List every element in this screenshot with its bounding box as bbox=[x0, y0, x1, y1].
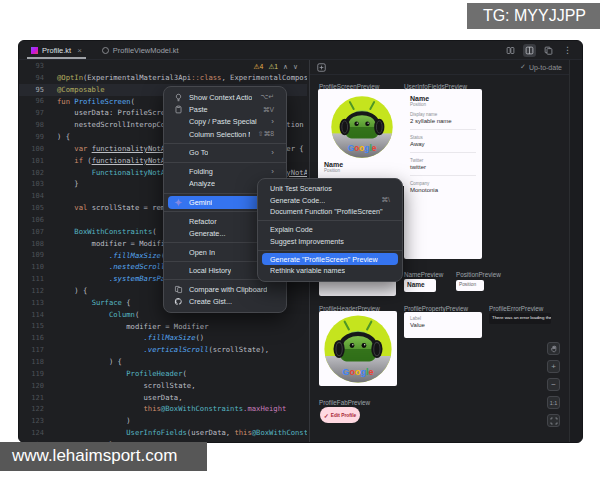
diff-icon[interactable] bbox=[542, 44, 555, 57]
menu-item-label: Show Context Actions bbox=[189, 93, 252, 102]
field-divider bbox=[410, 175, 476, 176]
inspection-widget[interactable]: ⚠4 ⚠1 ∧ ∨ bbox=[250, 62, 301, 72]
preview-zoom-mode-icon[interactable] bbox=[317, 63, 326, 72]
code-line-117[interactable]: 117 .verticalScroll(scrollState), bbox=[19, 344, 307, 356]
code-line-115[interactable]: 115 modifier = Modifier bbox=[19, 321, 307, 333]
property-value: Value bbox=[410, 322, 476, 328]
context-menu-item-show-context-actions[interactable]: Show Context Actions⌥↵ bbox=[168, 91, 282, 103]
gemini-submenu-item-explain-code[interactable]: Explain Code bbox=[262, 224, 398, 236]
line-number: 100 bbox=[19, 145, 57, 153]
menu-item-label: Copy / Paste Special bbox=[189, 117, 257, 126]
split-editor-icon[interactable] bbox=[523, 44, 536, 57]
preview-title-profileerror: ProfileErrorPreview bbox=[489, 305, 543, 312]
class-file-icon bbox=[102, 47, 109, 54]
code-line-119[interactable]: 119 ProfileHeader( bbox=[19, 368, 307, 380]
gemini-submenu-item-document-function-profilescreen[interactable]: Document Function "ProfileScreen" bbox=[262, 206, 398, 218]
tab-profileviewmodel-kt[interactable]: ProfileViewModel.kt bbox=[94, 41, 187, 59]
preview-name-text: Name bbox=[324, 161, 400, 168]
code-line-123[interactable]: 123 ) bbox=[19, 415, 307, 427]
preview-toolbar: ✓ Up-to-date bbox=[310, 60, 569, 75]
field-divider bbox=[410, 129, 476, 130]
more-icon[interactable]: ⋮ bbox=[561, 44, 574, 57]
code-line-124[interactable]: 124 UserInfoFields(userData, this@BoxWit… bbox=[19, 427, 307, 439]
gemini-submenu-item-generate-code[interactable]: Generate Code...⌘\ bbox=[262, 195, 398, 207]
line-number: 116 bbox=[19, 334, 57, 342]
next-issue-icon[interactable]: ∨ bbox=[293, 63, 298, 71]
menu-item-label: Suggest Improvements bbox=[270, 237, 344, 246]
code-line-122[interactable]: 122 this@BoxWithConstraints.maxHeight bbox=[19, 403, 307, 415]
zoom-in-button[interactable]: + bbox=[547, 360, 560, 373]
code-line-116[interactable]: 116 .fillMaxSize() bbox=[19, 332, 307, 344]
gemini-submenu: Unit Test ScenariosGenerate Code...⌘\Doc… bbox=[257, 178, 403, 282]
menu-item-label: Generate... bbox=[189, 229, 226, 238]
gemini-submenu-item-suggest-improvements[interactable]: Suggest Improvements bbox=[262, 236, 398, 248]
page: TG: MYYJJPP Profile.kt×ProfileViewModel.… bbox=[0, 0, 600, 480]
edit-icon: ✓ bbox=[324, 412, 329, 419]
line-number: 104 bbox=[19, 192, 57, 200]
columns-icon[interactable] bbox=[504, 44, 517, 57]
watermark-top: TG: MYYJJPP bbox=[467, 3, 600, 29]
menu-item-label: Refactor bbox=[189, 217, 217, 226]
line-number: 99 bbox=[19, 133, 57, 141]
menu-item-label: Compare with Clipboard bbox=[189, 285, 267, 294]
preview-title-name: NamePreview bbox=[404, 271, 443, 278]
gemini-submenu-item-generate-profilescreen-preview[interactable]: Generate "ProfileScreen" Preview bbox=[262, 253, 398, 265]
field-value: twitter bbox=[410, 164, 476, 170]
close-icon[interactable]: × bbox=[77, 46, 82, 55]
line-number: 120 bbox=[19, 382, 57, 390]
context-menu-item-folding[interactable]: Folding› bbox=[168, 165, 282, 177]
context-menu-item-paste[interactable]: Paste⌘V bbox=[168, 103, 282, 115]
no-icon bbox=[174, 148, 185, 158]
context-menu-item-go-to[interactable]: Go To› bbox=[168, 147, 282, 159]
compare-icon bbox=[174, 284, 185, 294]
line-number: 123 bbox=[19, 417, 57, 425]
field-label: Company bbox=[410, 181, 476, 186]
editor-tab-bar: Profile.kt×ProfileViewModel.kt ⋮ bbox=[19, 41, 582, 60]
code-line-118[interactable]: 118 ) { bbox=[19, 356, 307, 368]
field-value: Away bbox=[410, 141, 476, 147]
field-label: Display name bbox=[410, 112, 476, 117]
prev-issue-icon[interactable]: ∧ bbox=[283, 63, 288, 71]
tab-profile-kt[interactable]: Profile.kt× bbox=[23, 41, 90, 59]
menu-item-label: Local History bbox=[189, 266, 231, 275]
android-mascot-image bbox=[323, 314, 393, 384]
line-number: 109 bbox=[19, 251, 57, 259]
line-number: 97 bbox=[19, 109, 57, 117]
field-name-subtitle: Position bbox=[410, 102, 476, 107]
profile-header-preview-card bbox=[319, 311, 397, 386]
preview-title-profileproperty: ProfilePropertyPreview bbox=[404, 305, 468, 312]
gemini-submenu-item-unit-test-scenarios[interactable]: Unit Test Scenarios bbox=[262, 183, 398, 195]
line-number: 110 bbox=[19, 263, 57, 271]
line-number: 103 bbox=[19, 180, 57, 188]
submenu-arrow-icon: › bbox=[271, 148, 274, 157]
context-menu-item-compare-with-clipboard[interactable]: Compare with Clipboard bbox=[168, 283, 282, 295]
context-menu-item-column-selection-mode[interactable]: Column Selection Mode⇧⌘8 bbox=[168, 128, 282, 140]
actual-size-button[interactable]: 1:1 bbox=[547, 396, 560, 409]
zoom-out-button[interactable]: − bbox=[547, 378, 560, 391]
context-menu-separator bbox=[164, 162, 286, 163]
code-line-94[interactable]: 94@OptIn(ExperimentalMaterial3Api::class… bbox=[19, 72, 307, 84]
profile-error-preview-chip: There was an error loading the profile bbox=[489, 313, 551, 324]
context-menu-item-copy-paste-special[interactable]: Copy / Paste Special› bbox=[168, 116, 282, 128]
line-number: 98 bbox=[19, 121, 57, 129]
field-label: Twitter bbox=[410, 158, 476, 163]
zoom-to-fit-button[interactable] bbox=[547, 414, 560, 427]
menu-item-label: Paste bbox=[189, 105, 208, 114]
menu-item-label: Generate "ProfileScreen" Preview bbox=[270, 255, 378, 264]
user-info-field: Display name2 syllable name bbox=[410, 112, 476, 124]
shortcut-label: ⌥↵ bbox=[260, 93, 274, 101]
gemini-icon bbox=[174, 197, 185, 207]
code-line-121[interactable]: 121 userData, bbox=[19, 392, 307, 404]
pan-button[interactable] bbox=[547, 342, 560, 355]
no-icon bbox=[174, 129, 185, 139]
fab-label: Edit Profile bbox=[331, 413, 356, 418]
submenu-arrow-icon: › bbox=[271, 117, 274, 126]
line-number: 124 bbox=[19, 429, 57, 437]
context-menu-item-create-gist[interactable]: Create Gist... bbox=[168, 295, 282, 307]
preview-title-position: PositionPreview bbox=[456, 271, 501, 278]
code-line-120[interactable]: 120 scrollState, bbox=[19, 380, 307, 392]
right-toolwindow-stripe[interactable] bbox=[569, 60, 582, 442]
field-value: Monotonia bbox=[410, 187, 476, 193]
gemini-submenu-item-rethink-variable-names[interactable]: Rethink variable names bbox=[262, 265, 398, 277]
property-label: Label bbox=[410, 316, 476, 321]
